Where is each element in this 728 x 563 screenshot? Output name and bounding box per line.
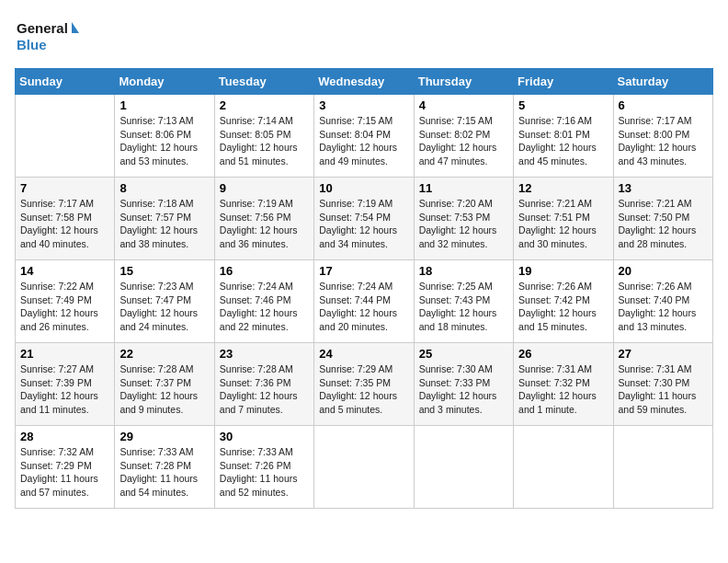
column-header-monday: Monday: [115, 69, 214, 95]
calendar-cell: 12Sunrise: 7:21 AMSunset: 7:51 PMDayligh…: [514, 178, 613, 260]
day-info: Sunrise: 7:32 AMSunset: 7:29 PMDaylight:…: [20, 445, 109, 500]
calendar-cell: 9Sunrise: 7:19 AMSunset: 7:56 PMDaylight…: [214, 178, 313, 260]
calendar-cell: 6Sunrise: 7:17 AMSunset: 8:00 PMDaylight…: [613, 95, 712, 178]
day-number: 17: [319, 264, 408, 278]
day-number: 10: [319, 181, 408, 195]
day-info: Sunrise: 7:31 AMSunset: 7:30 PMDaylight:…: [619, 362, 708, 417]
calendar-cell: 29Sunrise: 7:33 AMSunset: 7:28 PMDayligh…: [115, 426, 214, 509]
calendar-cell: 13Sunrise: 7:21 AMSunset: 7:50 PMDayligh…: [613, 178, 712, 260]
day-info: Sunrise: 7:23 AMSunset: 7:47 PMDaylight:…: [119, 280, 209, 334]
svg-text:Blue: Blue: [17, 37, 47, 52]
day-info: Sunrise: 7:19 AMSunset: 7:56 PMDaylight:…: [220, 197, 309, 251]
week-row-1: 1Sunrise: 7:13 AMSunset: 8:06 PMDaylight…: [16, 95, 713, 178]
calendar-cell: [414, 426, 513, 509]
week-row-5: 28Sunrise: 7:32 AMSunset: 7:29 PMDayligh…: [16, 426, 713, 509]
calendar-cell: 23Sunrise: 7:28 AMSunset: 7:36 PMDayligh…: [214, 343, 313, 426]
day-number: 18: [419, 264, 508, 278]
day-number: 4: [419, 98, 508, 112]
day-number: 22: [119, 347, 209, 361]
calendar-cell: [514, 426, 613, 509]
calendar-table: SundayMondayTuesdayWednesdayThursdayFrid…: [15, 68, 713, 509]
column-header-wednesday: Wednesday: [314, 69, 414, 95]
calendar-cell: [314, 426, 414, 509]
column-header-sunday: Sunday: [16, 69, 115, 95]
calendar-cell: 4Sunrise: 7:15 AMSunset: 8:02 PMDaylight…: [414, 95, 513, 178]
day-info: Sunrise: 7:15 AMSunset: 8:04 PMDaylight:…: [319, 114, 408, 168]
day-number: 1: [119, 98, 209, 112]
day-info: Sunrise: 7:26 AMSunset: 7:40 PMDaylight:…: [619, 280, 708, 334]
calendar-cell: 21Sunrise: 7:27 AMSunset: 7:39 PMDayligh…: [16, 343, 115, 426]
day-info: Sunrise: 7:33 AMSunset: 7:26 PMDaylight:…: [220, 445, 309, 500]
day-info: Sunrise: 7:19 AMSunset: 7:54 PMDaylight:…: [319, 197, 408, 251]
logo-svg: General Blue: [15, 15, 79, 61]
day-number: 25: [419, 347, 508, 361]
day-number: 2: [220, 98, 309, 112]
day-number: 21: [20, 347, 109, 361]
day-info: Sunrise: 7:18 AMSunset: 7:57 PMDaylight:…: [119, 197, 209, 251]
day-number: 7: [20, 181, 109, 195]
day-info: Sunrise: 7:28 AMSunset: 7:37 PMDaylight:…: [119, 362, 209, 417]
day-number: 8: [119, 181, 209, 195]
day-number: 28: [20, 430, 109, 443]
calendar-cell: 19Sunrise: 7:26 AMSunset: 7:42 PMDayligh…: [514, 260, 613, 343]
day-info: Sunrise: 7:21 AMSunset: 7:51 PMDaylight:…: [518, 197, 608, 251]
calendar-cell: 5Sunrise: 7:16 AMSunset: 8:01 PMDaylight…: [514, 95, 613, 178]
calendar-cell: 25Sunrise: 7:30 AMSunset: 7:33 PMDayligh…: [414, 343, 513, 426]
day-info: Sunrise: 7:26 AMSunset: 7:42 PMDaylight:…: [518, 280, 608, 334]
week-row-2: 7Sunrise: 7:17 AMSunset: 7:58 PMDaylight…: [16, 178, 713, 260]
day-info: Sunrise: 7:24 AMSunset: 7:44 PMDaylight:…: [319, 280, 408, 334]
day-info: Sunrise: 7:30 AMSunset: 7:33 PMDaylight:…: [419, 362, 508, 417]
day-info: Sunrise: 7:28 AMSunset: 7:36 PMDaylight:…: [220, 362, 309, 417]
day-number: 27: [619, 347, 708, 361]
calendar-cell: 7Sunrise: 7:17 AMSunset: 7:58 PMDaylight…: [16, 178, 115, 260]
day-info: Sunrise: 7:16 AMSunset: 8:01 PMDaylight:…: [518, 114, 608, 168]
day-number: 13: [619, 181, 708, 195]
day-number: 15: [119, 264, 209, 278]
calendar-cell: 26Sunrise: 7:31 AMSunset: 7:32 PMDayligh…: [514, 343, 613, 426]
calendar-body: 1Sunrise: 7:13 AMSunset: 8:06 PMDaylight…: [16, 95, 713, 509]
calendar-cell: 10Sunrise: 7:19 AMSunset: 7:54 PMDayligh…: [314, 178, 414, 260]
day-number: 23: [220, 347, 309, 361]
calendar-cell: 15Sunrise: 7:23 AMSunset: 7:47 PMDayligh…: [115, 260, 214, 343]
day-number: 11: [419, 181, 508, 195]
day-number: 20: [619, 264, 708, 278]
svg-text:General: General: [17, 20, 68, 36]
day-number: 14: [20, 264, 109, 278]
calendar-cell: 30Sunrise: 7:33 AMSunset: 7:26 PMDayligh…: [214, 426, 313, 509]
day-number: 16: [220, 264, 309, 278]
day-info: Sunrise: 7:29 AMSunset: 7:35 PMDaylight:…: [319, 362, 408, 417]
calendar-cell: 16Sunrise: 7:24 AMSunset: 7:46 PMDayligh…: [214, 260, 313, 343]
calendar-cell: 24Sunrise: 7:29 AMSunset: 7:35 PMDayligh…: [314, 343, 414, 426]
day-info: Sunrise: 7:27 AMSunset: 7:39 PMDaylight:…: [20, 362, 109, 417]
day-info: Sunrise: 7:17 AMSunset: 7:58 PMDaylight:…: [20, 197, 109, 251]
day-info: Sunrise: 7:20 AMSunset: 7:53 PMDaylight:…: [419, 197, 508, 251]
day-info: Sunrise: 7:17 AMSunset: 8:00 PMDaylight:…: [619, 114, 708, 168]
day-info: Sunrise: 7:13 AMSunset: 8:06 PMDaylight:…: [119, 114, 209, 168]
day-number: 26: [518, 347, 608, 361]
week-row-3: 14Sunrise: 7:22 AMSunset: 7:49 PMDayligh…: [16, 260, 713, 343]
calendar-cell: 17Sunrise: 7:24 AMSunset: 7:44 PMDayligh…: [314, 260, 414, 343]
calendar-header-row: SundayMondayTuesdayWednesdayThursdayFrid…: [16, 69, 713, 95]
logo: General Blue: [15, 15, 79, 61]
week-row-4: 21Sunrise: 7:27 AMSunset: 7:39 PMDayligh…: [16, 343, 713, 426]
calendar-cell: 27Sunrise: 7:31 AMSunset: 7:30 PMDayligh…: [613, 343, 712, 426]
calendar-cell: 20Sunrise: 7:26 AMSunset: 7:40 PMDayligh…: [613, 260, 712, 343]
day-info: Sunrise: 7:22 AMSunset: 7:49 PMDaylight:…: [20, 280, 109, 334]
calendar-cell: 8Sunrise: 7:18 AMSunset: 7:57 PMDaylight…: [115, 178, 214, 260]
day-number: 9: [220, 181, 309, 195]
day-info: Sunrise: 7:15 AMSunset: 8:02 PMDaylight:…: [419, 114, 508, 168]
day-number: 5: [518, 98, 608, 112]
calendar-cell: 14Sunrise: 7:22 AMSunset: 7:49 PMDayligh…: [16, 260, 115, 343]
calendar-cell: 1Sunrise: 7:13 AMSunset: 8:06 PMDaylight…: [115, 95, 214, 178]
day-info: Sunrise: 7:24 AMSunset: 7:46 PMDaylight:…: [220, 280, 309, 334]
column-header-tuesday: Tuesday: [214, 69, 313, 95]
calendar-cell: [613, 426, 712, 509]
day-number: 30: [220, 430, 309, 443]
calendar-cell: 11Sunrise: 7:20 AMSunset: 7:53 PMDayligh…: [414, 178, 513, 260]
day-number: 24: [319, 347, 408, 361]
day-info: Sunrise: 7:33 AMSunset: 7:28 PMDaylight:…: [119, 445, 209, 500]
day-number: 19: [518, 264, 608, 278]
column-header-thursday: Thursday: [414, 69, 513, 95]
column-header-friday: Friday: [514, 69, 613, 95]
day-info: Sunrise: 7:25 AMSunset: 7:43 PMDaylight:…: [419, 280, 508, 334]
